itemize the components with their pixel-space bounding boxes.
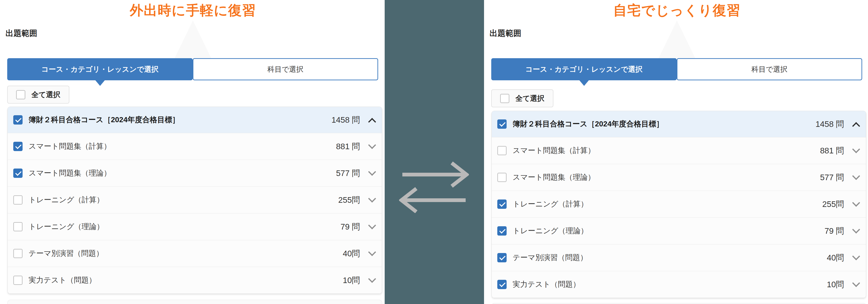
- row-checkbox[interactable]: [497, 173, 506, 182]
- left-panel: 外出時に手軽に復習 出題範囲 コース・カテゴリ・レッスンで選択 科目で選択 全て…: [0, 0, 385, 304]
- row-checkbox[interactable]: [13, 249, 23, 258]
- row-checkbox[interactable]: [13, 222, 23, 232]
- row-checkbox[interactable]: [13, 142, 23, 151]
- list-item-course[interactable]: 簿財２科目合格コース［2024年度合格目標］ 1458 問: [492, 111, 866, 137]
- watermark-triangle-icon: [658, 21, 695, 59]
- tab-bar: コース・カテゴリ・レッスンで選択 科目で選択: [491, 58, 862, 80]
- list-item-theme-exercise[interactable]: テーマ別演習（問題） 40問: [8, 240, 382, 267]
- chevron-down-icon[interactable]: [368, 141, 376, 149]
- list-item-training-calc[interactable]: トレーニング（計算） 255問: [8, 186, 382, 213]
- chevron-down-icon[interactable]: [852, 279, 860, 287]
- tab-select-by-course[interactable]: コース・カテゴリ・レッスンで選択: [491, 58, 677, 80]
- chevron-down-icon[interactable]: [368, 275, 376, 283]
- right-panel: 自宅でじっくり復習 出題範囲 コース・カテゴリ・レッスンで選択 科目で選択 全て…: [484, 0, 868, 304]
- tab-select-by-course[interactable]: コース・カテゴリ・レッスンで選択: [7, 58, 193, 80]
- list-item-training-theory[interactable]: トレーニング（理論） 79 問: [492, 217, 866, 244]
- chevron-up-icon[interactable]: [852, 122, 860, 130]
- chevron-down-icon[interactable]: [852, 252, 860, 260]
- list-item-course[interactable]: 簿財２科目合格コース［2024年度合格目標］ 1458 問: [8, 107, 382, 133]
- list-item-training-theory[interactable]: トレーニング（理論） 79 問: [8, 213, 382, 240]
- list-item-theme-exercise[interactable]: テーマ別演習（問題） 40問: [492, 244, 866, 271]
- section-title: 出題範囲: [490, 28, 521, 39]
- list-item-smart-theory[interactable]: スマート問題集（理論） 577 問: [492, 164, 866, 191]
- section-title: 出題範囲: [6, 28, 37, 39]
- active-tab-pointer-icon: [95, 80, 105, 86]
- tab-select-by-subject[interactable]: 科目で選択: [677, 58, 862, 80]
- list-item-ability-test[interactable]: 実力テスト（問題） 10問: [8, 267, 382, 294]
- chevron-up-icon[interactable]: [368, 118, 376, 126]
- select-all-button[interactable]: 全て選択: [7, 86, 69, 103]
- chevron-down-icon[interactable]: [852, 145, 860, 153]
- chevron-down-icon[interactable]: [368, 194, 376, 203]
- select-all-label: 全て選択: [31, 90, 61, 100]
- select-all-button[interactable]: 全て選択: [491, 89, 553, 107]
- chevron-down-icon[interactable]: [368, 248, 376, 256]
- question-scope-list: 簿財２科目合格コース［2024年度合格目標］ 1458 問 スマート問題集（計算…: [492, 111, 866, 298]
- row-checkbox[interactable]: [497, 119, 506, 129]
- panel-headline: 外出時に手軽に復習: [6, 1, 380, 20]
- list-item-training-calc[interactable]: トレーニング（計算） 255問: [492, 191, 866, 217]
- select-all-label: 全て選択: [516, 94, 545, 103]
- next-section-peek: [492, 303, 866, 304]
- row-checkbox[interactable]: [497, 253, 506, 262]
- chevron-down-icon[interactable]: [852, 199, 860, 207]
- tab-bar: コース・カテゴリ・レッスンで選択 科目で選択: [7, 58, 378, 80]
- list-item-smart-theory[interactable]: スマート問題集（理論） 577 問: [8, 160, 382, 186]
- row-checkbox[interactable]: [497, 280, 506, 289]
- row-checkbox[interactable]: [13, 169, 23, 178]
- panel-headline: 自宅でじっくり復習: [490, 1, 864, 20]
- row-checkbox[interactable]: [497, 146, 506, 155]
- select-all-checkbox[interactable]: [16, 90, 25, 99]
- panel-divider: [385, 0, 484, 304]
- row-checkbox[interactable]: [497, 200, 506, 209]
- list-item-smart-calc[interactable]: スマート問題集（計算） 881 問: [8, 133, 382, 160]
- chevron-down-icon[interactable]: [368, 168, 376, 176]
- row-checkbox[interactable]: [497, 226, 506, 236]
- chevron-down-icon[interactable]: [852, 172, 860, 180]
- swap-arrows-icon: [399, 152, 469, 213]
- active-tab-pointer-icon: [579, 80, 589, 86]
- watermark-triangle-icon: [174, 21, 212, 59]
- row-checkbox[interactable]: [13, 195, 23, 205]
- row-checkbox[interactable]: [13, 276, 23, 285]
- chevron-down-icon[interactable]: [368, 221, 376, 229]
- list-item-smart-calc[interactable]: スマート問題集（計算） 881 問: [492, 137, 866, 164]
- row-checkbox[interactable]: [13, 115, 23, 125]
- next-section-peek: [7, 300, 382, 304]
- select-all-checkbox[interactable]: [500, 94, 509, 103]
- question-scope-list: 簿財２科目合格コース［2024年度合格目標］ 1458 問 スマート問題集（計算…: [7, 107, 382, 294]
- tab-select-by-subject[interactable]: 科目で選択: [193, 58, 378, 80]
- list-item-ability-test[interactable]: 実力テスト（問題） 10問: [492, 271, 866, 298]
- chevron-down-icon[interactable]: [852, 225, 860, 234]
